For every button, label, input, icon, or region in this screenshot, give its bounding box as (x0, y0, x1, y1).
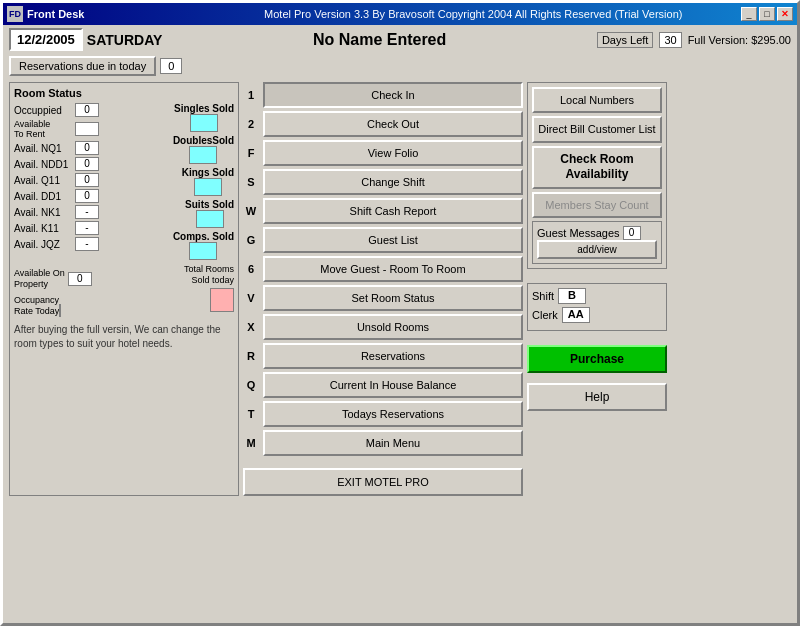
menu-row-m: MMain Menu (243, 430, 523, 456)
menu-key-2: 2 (243, 118, 259, 130)
main-window: FD Front Desk Motel Pro Version 3.3 By B… (0, 0, 800, 626)
avail-row-dd1: Avail. DD1 0 (14, 189, 169, 203)
menu-btn-change-shift[interactable]: Change Shift (263, 169, 523, 195)
days-left-value: 30 (659, 32, 681, 48)
menu-btn-check-in[interactable]: Check In (263, 82, 523, 108)
avail-value-dd1: 0 (75, 189, 99, 203)
menu-btn-view-folio[interactable]: View Folio (263, 140, 523, 166)
menu-key-x: X (243, 321, 259, 333)
app-title: Front Desk (27, 8, 206, 20)
sold-column: Singles Sold DoublesSold Kings Sold Suit… (173, 103, 234, 260)
menu-row-1: 1Check In (243, 82, 523, 108)
avail-label-q11: Avail. Q11 (14, 175, 72, 186)
local-numbers-button[interactable]: Local Numbers (532, 87, 662, 113)
menu-key-g: G (243, 234, 259, 246)
avail-label-nk1: Avail. NK1 (14, 207, 72, 218)
avail-row-nk1: Avail. NK1 - (14, 205, 169, 219)
avail-value-q11: 0 (75, 173, 99, 187)
avail-row-q11: Avail. Q11 0 (14, 173, 169, 187)
avail-rows: Occuppied 0 AvailableTo Rent Avail. NQ1 … (14, 103, 169, 260)
avail-label-available: AvailableTo Rent (14, 119, 72, 139)
menu-key-s: S (243, 176, 259, 188)
avail-value-occuppied: 0 (75, 103, 99, 117)
room-status-title: Room Status (14, 87, 234, 99)
menu-btn-guest-list[interactable]: Guest List (263, 227, 523, 253)
guest-messages-row: Guest Messages 0 (537, 226, 657, 240)
avail-row-k11: Avail. K11 - (14, 221, 169, 235)
shift-label: Shift (532, 290, 554, 302)
menu-key-1: 1 (243, 89, 259, 101)
doubles-sold-label: DoublesSold (173, 135, 234, 146)
bottom-note: After buying the full versin, We can cha… (14, 323, 234, 351)
help-button[interactable]: Help (527, 383, 667, 411)
days-left-label: Days Left (597, 32, 653, 48)
app-subtitle: Motel Pro Version 3.3 By Bravosoft Copyr… (206, 8, 742, 20)
menu-row-s: SChange Shift (243, 169, 523, 195)
menu-key-f: F (243, 147, 259, 159)
menu-row-w: WShift Cash Report (243, 198, 523, 224)
menu-btn-todays-reservations[interactable]: Todays Reservations (263, 401, 523, 427)
menu-btn-check-out[interactable]: Check Out (263, 111, 523, 137)
right-panel: Local Numbers Direct Bill Customer List … (527, 82, 667, 496)
avail-value-jqz: - (75, 237, 99, 251)
maximize-button[interactable]: □ (759, 7, 775, 21)
kings-sold-label: Kings Sold (182, 167, 234, 178)
menu-key-r: R (243, 350, 259, 362)
avail-row-nq1: Avail. NQ1 0 (14, 141, 169, 155)
clerk-label: Clerk (532, 309, 558, 321)
avail-label-occuppied: Occuppied (14, 105, 72, 116)
available-on-property-row: Available OnProperty 0 (14, 268, 178, 290)
menu-key-v: V (243, 292, 259, 304)
comps-sold-label: Comps. Sold (173, 231, 234, 242)
kings-sold-box (194, 178, 222, 196)
guest-messages-label: Guest Messages (537, 227, 620, 239)
comps-sold-box (189, 242, 217, 260)
kings-sold: Kings Sold (182, 167, 234, 196)
menu-btn-unsold-rooms[interactable]: Unsold Rooms (263, 314, 523, 340)
clerk-row: Clerk AA (532, 307, 662, 323)
singles-sold: Singles Sold (174, 103, 234, 132)
avail-value-ndd1: 0 (75, 157, 99, 171)
available-on-property-label: Available OnProperty (14, 268, 65, 290)
menu-btn-reservations[interactable]: Reservations (263, 343, 523, 369)
shift-value: B (558, 288, 586, 304)
suits-sold: Suits Sold (185, 199, 234, 228)
minimize-button[interactable]: _ (741, 7, 757, 21)
menu-row-v: VSet Room Status (243, 285, 523, 311)
clerk-value: AA (562, 307, 590, 323)
date-display: 12/2/2005 (9, 28, 83, 51)
menu-key-t: T (243, 408, 259, 420)
avail-row-occuppied: Occuppied 0 (14, 103, 169, 117)
suits-sold-box (196, 210, 224, 228)
avail-label-dd1: Avail. DD1 (14, 191, 72, 202)
menu-row-r: RReservations (243, 343, 523, 369)
menu-panel: 1Check In2Check OutFView FolioSChange Sh… (243, 82, 523, 496)
hotel-name: No Name Entered (162, 31, 597, 49)
avail-value-nk1: - (75, 205, 99, 219)
avail-label-ndd1: Avail. NDD1 (14, 159, 72, 170)
menu-btn-set-room-status[interactable]: Set Room Status (263, 285, 523, 311)
singles-sold-box (190, 114, 218, 132)
exit-button[interactable]: EXIT MOTEL PRO (243, 468, 523, 496)
avail-row-ndd1: Avail. NDD1 0 (14, 157, 169, 171)
direct-bill-button[interactable]: Direct Bill Customer List (532, 116, 662, 142)
reservations-due-button[interactable]: Reservations due in today (9, 56, 156, 76)
avail-row-available: AvailableTo Rent (14, 119, 169, 139)
purchase-button[interactable]: Purchase (527, 345, 667, 373)
avail-label-nq1: Avail. NQ1 (14, 143, 72, 154)
check-room-button[interactable]: Check Room Availability (532, 146, 662, 189)
menu-rows: 1Check In2Check OutFView FolioSChange Sh… (243, 82, 523, 456)
members-stay-button[interactable]: Members Stay Count (532, 192, 662, 218)
avail-value-k11: - (75, 221, 99, 235)
app-icon: FD (7, 6, 23, 22)
shift-clerk-panel: Shift B Clerk AA (527, 283, 667, 331)
menu-row-g: GGuest List (243, 227, 523, 253)
menu-btn-move-guest---room-to-room[interactable]: Move Guest - Room To Room (263, 256, 523, 282)
menu-btn-shift-cash-report[interactable]: Shift Cash Report (263, 198, 523, 224)
add-view-button[interactable]: add/view (537, 240, 657, 259)
close-button[interactable]: ✕ (777, 7, 793, 21)
menu-btn-main-menu[interactable]: Main Menu (263, 430, 523, 456)
menu-btn-current-in-house-balance[interactable]: Current In House Balance (263, 372, 523, 398)
menu-row-f: FView Folio (243, 140, 523, 166)
day-display: SATURDAY (87, 32, 162, 48)
